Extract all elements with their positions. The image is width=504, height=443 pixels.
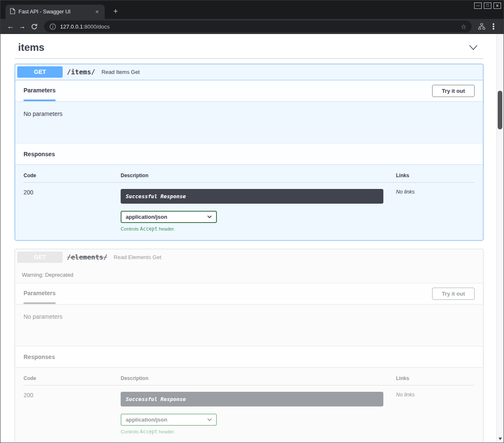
tab-title: Fast API - Swagger UI	[18, 9, 71, 15]
links-column-header: Links	[396, 173, 475, 183]
responses-header: Responses	[15, 143, 483, 164]
try-it-out-button[interactable]: Try it out	[432, 288, 475, 300]
bookmark-star-icon[interactable]: ☆	[461, 23, 467, 31]
window-titlebar: Fast API - Swagger UI × + — □ ×	[0, 0, 504, 19]
new-tab-button[interactable]: +	[111, 7, 121, 17]
response-description: Successful Response	[121, 392, 383, 406]
section-title: items	[18, 42, 45, 53]
opblock-get-items: GET /items/ Read Items Get Parameters Tr…	[15, 64, 483, 241]
response-links: No links	[396, 183, 475, 232]
browser-tab[interactable]: Fast API - Swagger UI ×	[5, 5, 105, 19]
parameters-header: Parameters Try it out	[15, 283, 483, 304]
forward-button[interactable]: →	[16, 21, 28, 32]
chevron-down-icon	[207, 215, 212, 218]
media-type-select[interactable]: application/json	[121, 414, 217, 426]
page-favicon-icon	[10, 8, 15, 16]
response-description-cell: Successful Response application/json Con…	[121, 385, 396, 435]
deprecated-warning: Warning: Deprecated	[15, 265, 483, 283]
browser-menu-icon[interactable]	[488, 21, 499, 32]
responses-title: Responses	[24, 354, 55, 360]
address-bar[interactable]: 127.0.0.1:8000/docs ☆	[44, 21, 472, 32]
links-column-header: Links	[396, 375, 475, 385]
accept-header-note: Controls Accept header.	[121, 429, 396, 435]
tab-close-icon[interactable]: ×	[94, 8, 100, 16]
close-button[interactable]: ×	[493, 3, 501, 9]
page-scrollbar[interactable]	[496, 34, 503, 442]
collapse-chevron-icon[interactable]	[467, 43, 480, 52]
responses-header: Responses	[15, 346, 483, 367]
scrollbar-thumb[interactable]	[498, 91, 502, 129]
response-links: No links	[396, 385, 475, 435]
site-info-icon[interactable]	[49, 23, 56, 30]
window-controls: — □ ×	[474, 3, 501, 9]
responses-body: Code Description Links 200 Successful Re…	[15, 164, 483, 240]
description-column-header: Description	[121, 173, 396, 183]
try-it-out-button[interactable]: Try it out	[432, 85, 475, 97]
response-code: 200	[24, 385, 121, 435]
minimize-button[interactable]: —	[474, 3, 482, 9]
responses-title: Responses	[24, 151, 55, 157]
no-parameters-text: No parameters	[15, 101, 483, 143]
endpoint-summary: Read Items Get	[101, 69, 140, 75]
endpoint-path: /elements/	[67, 253, 107, 261]
tab-hierarchy-icon[interactable]	[476, 21, 488, 32]
response-code: 200	[24, 183, 121, 232]
no-parameters-text: No parameters	[15, 304, 483, 346]
reload-button[interactable]	[28, 21, 40, 32]
tag-section-header[interactable]: items	[15, 34, 483, 59]
scroll-down-arrow-icon[interactable]	[499, 438, 502, 440]
endpoint-summary: Read Elements Get	[113, 254, 161, 260]
parameters-header: Parameters Try it out	[15, 80, 483, 101]
browser-window: Fast API - Swagger UI × + — □ × ← → 127.…	[0, 0, 504, 443]
response-description-cell: Successful Response application/json Con…	[121, 183, 396, 232]
code-column-header: Code	[24, 173, 121, 183]
response-description: Successful Response	[121, 189, 383, 204]
parameters-tab: Parameters	[24, 81, 55, 101]
accept-header-note: Controls Accept header.	[121, 226, 396, 232]
method-badge: GET	[17, 252, 63, 263]
media-type-select[interactable]: application/json	[121, 211, 217, 223]
operation-summary-row[interactable]: GET /items/ Read Items Get	[15, 64, 483, 80]
responses-body: Code Description Links 200 Successful Re…	[15, 367, 483, 442]
description-column-header: Description	[121, 375, 396, 385]
swagger-page: items GET /items/ Read Items Get Paramet…	[1, 34, 496, 442]
code-column-header: Code	[24, 375, 121, 385]
url-text: 127.0.0.1:8000/docs	[60, 24, 110, 30]
back-button[interactable]: ←	[5, 21, 16, 32]
method-badge: GET	[17, 66, 63, 78]
opblock-get-elements-deprecated: GET /elements/ Read Elements Get Warning…	[15, 249, 483, 442]
maximize-button[interactable]: □	[484, 3, 491, 9]
operation-summary-row[interactable]: GET /elements/ Read Elements Get	[15, 249, 483, 265]
chevron-down-icon	[207, 418, 212, 421]
browser-toolbar: ← → 127.0.0.1:8000/docs ☆	[0, 19, 504, 34]
endpoint-path: /items/	[67, 68, 95, 76]
parameters-tab: Parameters	[24, 283, 55, 304]
